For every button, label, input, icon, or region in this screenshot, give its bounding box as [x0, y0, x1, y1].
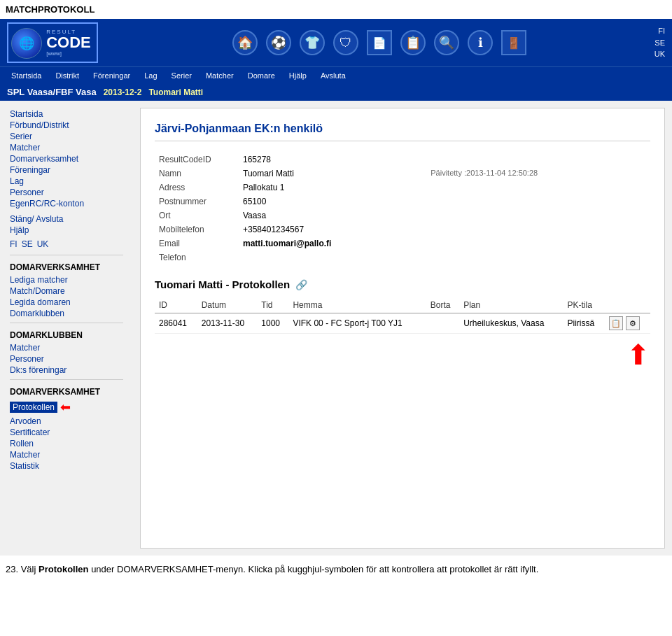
- col-actions: [605, 297, 650, 313]
- menu-lag[interactable]: Lag: [137, 71, 164, 80]
- sidebar-hjalp[interactable]: Hjälp: [10, 225, 123, 235]
- whistle-icon[interactable]: 📋: [400, 30, 426, 55]
- sidebar-lag[interactable]: Lag: [10, 176, 123, 186]
- section-domarklubben: DOMARKLUBBEN: [10, 330, 123, 340]
- door-icon[interactable]: 🚪: [501, 30, 526, 55]
- scroll-up-container: ⬆: [155, 341, 650, 369]
- club-icon[interactable]: ⚽: [266, 30, 291, 55]
- section-domarverksamhet-1: DOMARVERKSAMHET: [10, 262, 123, 272]
- link-icon[interactable]: 🔗: [295, 279, 307, 290]
- cell-tid: 1000: [257, 313, 288, 334]
- field-postnummer: Postnummer 65100: [155, 195, 650, 209]
- arrow-left-icon: ⬅: [60, 400, 71, 415]
- lang-fi[interactable]: FI: [654, 25, 665, 37]
- page-title: MATCHPROTOKOLL: [0, 0, 672, 19]
- sidebar-domarklubben[interactable]: Domarklubben: [10, 309, 123, 318]
- menu-bar: Startsida Distrikt Föreningar Lag Serier…: [0, 66, 672, 83]
- sidebar-foreningar[interactable]: Föreningar: [10, 165, 123, 175]
- header-user: Tuomari Matti: [148, 87, 203, 97]
- sidebar-lediga[interactable]: Lediga matcher: [10, 275, 123, 285]
- sidebar-stang[interactable]: Stäng/ Avsluta: [10, 214, 123, 224]
- col-hemma: Hemma: [288, 297, 426, 313]
- person-section-title: Järvi-Pohjanmaan EK:n henkilö: [155, 122, 650, 141]
- sidebar-sertificater[interactable]: Sertificater: [10, 427, 123, 437]
- cell-plan: Urheilukeskus, Vaasa: [459, 313, 563, 334]
- logo-code: CODE: [46, 35, 91, 50]
- shield-icon[interactable]: 🛡: [333, 30, 358, 55]
- section-domarverksamhet-2: DOMARVERKSAMHET: [10, 387, 123, 397]
- sidebar-domarv-matcher[interactable]: Matcher: [10, 450, 123, 460]
- bottom-instructions: 23. Välj Protokollen under DOMARVERKSAMH…: [0, 556, 672, 583]
- sidebar-lang-uk[interactable]: UK: [37, 239, 49, 249]
- card-icon[interactable]: 📄: [367, 30, 392, 55]
- table-row: 286041 2013-11-30 1000 VIFK 00 - FC Spor…: [155, 313, 650, 334]
- scroll-up-arrow[interactable]: ⬆: [626, 341, 650, 369]
- top-navigation: 🌐 RESULT CODE [www] 🏠 ⚽ 👕 🛡 📄 📋 🔍 ℹ 🚪 FI…: [0, 19, 672, 66]
- settings-button[interactable]: ⚙: [626, 316, 640, 330]
- cell-hemma: VIFK 00 - FC Sport-j T00 YJ1: [288, 313, 426, 334]
- col-borta: Borta: [426, 297, 459, 313]
- sidebar-protokollen[interactable]: Protokollen: [10, 402, 57, 413]
- col-pk-tila: PK-tila: [564, 297, 605, 313]
- instruction-bold: Protokollen: [38, 564, 89, 574]
- sidebar-statistik[interactable]: Statistik: [10, 461, 123, 471]
- menu-avsluta[interactable]: Avsluta: [314, 71, 353, 80]
- field-telefon: Telefon: [155, 250, 650, 264]
- col-tid: Tid: [257, 297, 288, 313]
- match-table-header: ID Datum Tid Hemma Borta Plan PK-tila: [155, 297, 650, 313]
- sidebar-klubb-personer[interactable]: Personer: [10, 354, 123, 364]
- col-datum: Datum: [197, 297, 258, 313]
- field-adress: Adress Pallokatu 1: [155, 181, 650, 195]
- lang-se[interactable]: SE: [654, 37, 665, 49]
- main-layout: Startsida Förbund/Distrikt Serier Matche…: [0, 101, 672, 556]
- sidebar-klubb-foreningar[interactable]: Dk:s föreningar: [10, 365, 123, 375]
- magnifier-icon[interactable]: 🔍: [434, 30, 459, 55]
- sidebar-match-domare[interactable]: Match/Domare: [10, 286, 123, 296]
- sidebar-personer[interactable]: Personer: [10, 188, 123, 197]
- language-selector: FI SE UK: [654, 25, 665, 60]
- content-panel: Järvi-Pohjanmaan EK:n henkilö ResultCode…: [140, 108, 665, 549]
- menu-serier[interactable]: Serier: [164, 71, 199, 80]
- menu-matcher[interactable]: Matcher: [199, 71, 241, 80]
- field-ort: Ort Vaasa: [155, 209, 650, 222]
- menu-foreningar[interactable]: Föreningar: [86, 71, 137, 80]
- menu-hjalp[interactable]: Hjälp: [282, 71, 314, 80]
- instruction-rest: under DOMARVERKSAMHET-menyn. Klicka på k…: [89, 564, 539, 574]
- sidebar-legida[interactable]: Legida domaren: [10, 297, 123, 307]
- sidebar-egenrc[interactable]: EgenRC/RC-konton: [10, 199, 123, 209]
- instruction-intro: Välj: [21, 564, 38, 574]
- lang-uk[interactable]: UK: [654, 48, 665, 60]
- nav-icon-group: 🏠 ⚽ 👕 🛡 📄 📋 🔍 ℹ 🚪: [112, 30, 648, 55]
- menu-startsida[interactable]: Startsida: [4, 71, 48, 80]
- field-mobiltelefon: Mobiltelefon +358401234567: [155, 222, 650, 236]
- col-id: ID: [155, 297, 197, 313]
- content-header: SPL Vaasa/FBF Vasa 2013-12-2 Tuomari Mat…: [0, 83, 672, 101]
- cell-pk-tila: Piirissä: [564, 313, 605, 334]
- menu-domare[interactable]: Domare: [241, 71, 282, 80]
- sidebar-startsida[interactable]: Startsida: [10, 109, 123, 119]
- logo-www: [www]: [46, 50, 91, 57]
- home-icon[interactable]: 🏠: [232, 30, 258, 55]
- view-button[interactable]: 📋: [609, 316, 623, 330]
- menu-distrikt[interactable]: Distrikt: [48, 71, 86, 80]
- sidebar-lang-fi[interactable]: FI: [10, 239, 18, 249]
- cell-datum: 2013-11-30: [197, 313, 258, 334]
- sidebar-klubb-matcher[interactable]: Matcher: [10, 343, 123, 353]
- info-icon[interactable]: ℹ: [468, 30, 493, 55]
- sidebar-forbund[interactable]: Förbund/Distrikt: [10, 120, 123, 130]
- sidebar-lang-se[interactable]: SE: [22, 239, 33, 249]
- cell-id: 286041: [155, 313, 197, 334]
- teams-icon[interactable]: 👕: [300, 30, 325, 55]
- field-resultcodeid: ResultCodeID 165278: [155, 153, 650, 167]
- sidebar-matcher[interactable]: Matcher: [10, 143, 123, 153]
- col-plan: Plan: [459, 297, 563, 313]
- sidebar-serier[interactable]: Serier: [10, 132, 123, 141]
- sidebar-rollen[interactable]: Rollen: [10, 439, 123, 448]
- org-name: SPL Vaasa/FBF Vasa: [7, 87, 97, 97]
- sidebar-arvoden[interactable]: Arvoden: [10, 416, 123, 426]
- header-date: 2013-12-2: [104, 87, 142, 97]
- sidebar-domarverksamhet[interactable]: Domarverksamhet: [10, 154, 123, 164]
- person-info-table: ResultCodeID 165278 Namn Tuomari Matti P…: [155, 153, 650, 264]
- logo: 🌐 RESULT CODE [www]: [7, 22, 98, 63]
- field-namn: Namn Tuomari Matti Päivitetty :2013-11-0…: [155, 167, 650, 181]
